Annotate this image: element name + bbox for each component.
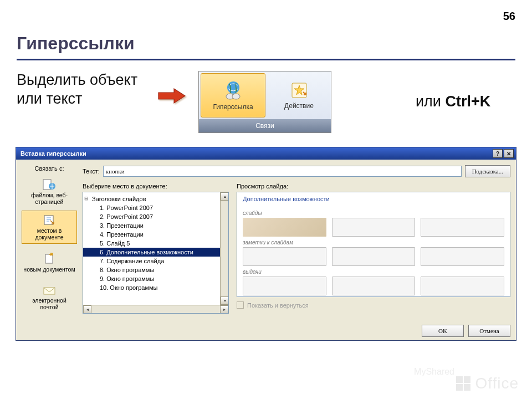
- place-in-doc-icon: [43, 214, 56, 226]
- tree-item[interactable]: 9. Окно программы: [83, 274, 228, 283]
- ribbon-hyperlink-label: Гиперссылка: [213, 103, 253, 111]
- tree-item[interactable]: 8. Окно программы: [83, 265, 228, 274]
- tree-vscrollbar[interactable]: ▴ ▾: [220, 192, 228, 305]
- link-with-label: Связать с:: [22, 165, 77, 172]
- office-logo: Office: [456, 375, 519, 392]
- linkto-place-label: местом в документе: [23, 228, 75, 241]
- tree-item[interactable]: 10. Окно программы: [83, 283, 228, 292]
- linkto-file-web[interactable]: файлом, веб-страницей: [22, 175, 77, 208]
- ribbon-action-button[interactable]: Действие: [267, 71, 331, 119]
- linkto-new-doc[interactable]: новым документом: [22, 246, 77, 279]
- file-web-icon: [42, 178, 57, 191]
- tree-item[interactable]: 4. Презентации: [83, 230, 228, 239]
- preview-section: выдачи: [243, 269, 504, 275]
- tree-caption: Выберите место в документе:: [83, 183, 229, 190]
- ribbon-links-group: Гиперссылка Действие Связи: [198, 71, 331, 133]
- checkbox-icon: [237, 301, 244, 309]
- show-and-return-checkbox: Показать и вернуться: [237, 301, 510, 309]
- preview-section: слайды: [243, 210, 504, 216]
- linkto-file-web-label: файлом, веб-страницей: [23, 192, 75, 205]
- preview-section: заметки к слайдам: [243, 239, 504, 245]
- arrow-right-icon: [155, 86, 188, 106]
- preview-thumb: [243, 218, 326, 237]
- show-and-return-label: Показать и вернуться: [247, 302, 309, 309]
- email-icon: [43, 286, 56, 296]
- tree-item[interactable]: 1. PowerPoint 2007: [83, 203, 228, 212]
- slide-title: Гиперссылки: [17, 33, 135, 54]
- linkto-email[interactable]: электронной почтой: [22, 282, 77, 315]
- cancel-button[interactable]: Отмена: [468, 325, 510, 337]
- tree-root[interactable]: Заголовки слайдов: [83, 195, 228, 203]
- ribbon-group-label: Связи: [199, 119, 331, 132]
- watermark: MyShared: [414, 367, 454, 377]
- page-number: 56: [503, 10, 515, 23]
- help-button[interactable]: ?: [493, 149, 503, 158]
- preview-thumb: [421, 247, 504, 266]
- instruction-text: Выделить объект или текст: [17, 71, 150, 109]
- tree-item[interactable]: 7. Содержание слайда: [83, 257, 228, 265]
- tree-item[interactable]: 3. Презентации: [83, 221, 228, 230]
- tree-hscrollbar[interactable]: ◂ ▸: [83, 305, 228, 313]
- screentip-button[interactable]: Подсказка...: [465, 165, 510, 177]
- preview-thumb: [332, 277, 416, 295]
- footer-swoosh: [0, 360, 532, 399]
- ok-button[interactable]: OK: [422, 325, 464, 337]
- display-text-label: Текст:: [83, 168, 100, 175]
- preview-thumb: [243, 247, 326, 266]
- linkto-place-in-doc[interactable]: местом в документе: [22, 211, 77, 244]
- preview-caption: Просмотр слайда:: [237, 183, 510, 190]
- preview-thumb: [332, 247, 416, 266]
- shortcut-hint: или Ctrl+K: [416, 93, 490, 110]
- svg-rect-6: [44, 216, 53, 224]
- preview-thumb: [421, 277, 504, 295]
- tree-item[interactable]: 5. Слайд 5: [83, 239, 228, 248]
- preview-slide-title: Дополнительные возможности: [243, 196, 504, 202]
- action-star-icon: [290, 81, 309, 100]
- close-button[interactable]: ✕: [504, 149, 514, 158]
- tree-item[interactable]: 2. PowerPoint 2007: [83, 212, 228, 221]
- slide-preview: Дополнительные возможности слайды заметк…: [237, 192, 510, 297]
- dialog-title: Вставка гиперссылки: [21, 150, 492, 157]
- display-text-input[interactable]: [103, 166, 462, 177]
- place-tree[interactable]: Заголовки слайдов 1. PowerPoint 2007 2. …: [83, 192, 229, 314]
- svg-point-0: [227, 81, 239, 94]
- linkto-newdoc-label: новым документом: [23, 267, 75, 273]
- title-rule: [17, 59, 515, 60]
- insert-hyperlink-dialog: Вставка гиперссылки ? ✕ Связать с: файло…: [16, 147, 516, 341]
- preview-thumb: [243, 277, 326, 295]
- dialog-titlebar[interactable]: Вставка гиперссылки ? ✕: [16, 147, 516, 160]
- ribbon-hyperlink-button[interactable]: Гиперссылка: [201, 73, 265, 117]
- preview-thumb: [332, 218, 416, 237]
- ribbon-action-label: Действие: [284, 102, 314, 110]
- linkto-email-label: электронной почтой: [23, 298, 75, 310]
- svg-point-2: [232, 94, 240, 99]
- tree-item-selected[interactable]: 6. Дополнительные возможности: [83, 248, 228, 257]
- svg-rect-7: [45, 254, 53, 263]
- globe-link-icon: [223, 80, 244, 101]
- new-doc-icon: [43, 253, 55, 265]
- preview-thumb: [421, 218, 504, 237]
